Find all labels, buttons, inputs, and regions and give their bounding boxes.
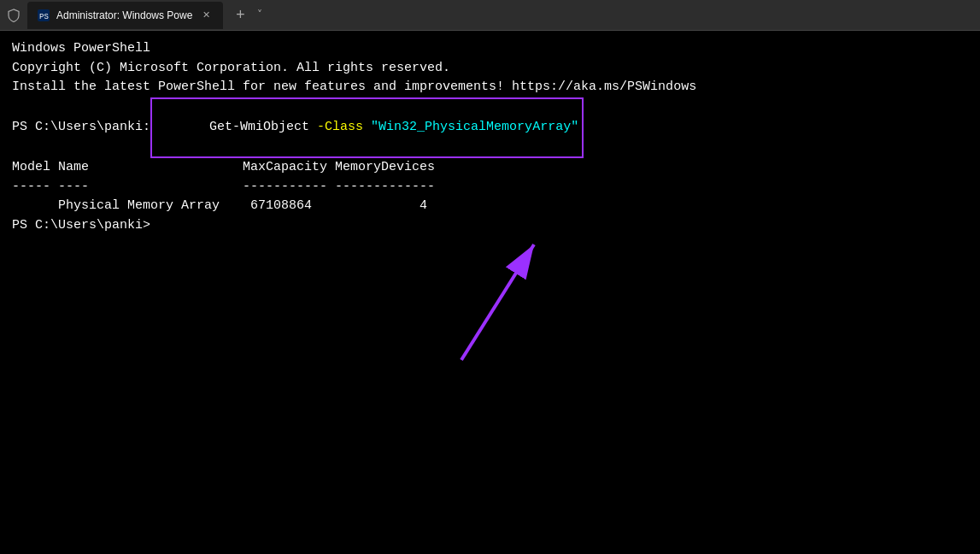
data-row: Physical Memory Array 67108864 4 [12,197,968,216]
svg-text:PS: PS [39,13,49,21]
command-highlight-box: Get-WmiObject -Class "Win32_PhysicalMemo… [150,97,584,159]
col-dashes: ----- ---- ----------- ------------- [12,178,968,197]
cmd-string: "Win32_PhysicalMemoryArray" [363,120,578,134]
arrow-svg [410,219,581,373]
add-tab-button[interactable]: + [230,5,250,26]
terminal-line-2: Copyright (C) Microsoft Corporation. All… [12,59,968,79]
arrow-annotation [410,219,581,373]
tab-dropdown-button[interactable]: ˅ [257,9,262,21]
tab-close-button[interactable]: ✕ [199,9,213,22]
shield-icon [7,9,21,22]
command-line: PS C:\Users\panki: Get-WmiObject -Class … [12,97,968,159]
tab-label: Administrator: Windows Powe [56,9,192,21]
svg-line-3 [461,245,534,360]
powershell-tab-icon: PS [38,9,50,21]
titlebar: PS Administrator: Windows Powe ✕ + ˅ [0,0,980,31]
terminal-line-4: Install the latest PowerShell for new fe… [12,78,968,97]
prompt-2: PS C:\Users\panki> [12,216,968,236]
cmd-main: Get-WmiObject [202,120,309,134]
active-tab[interactable]: PS Administrator: Windows Powe ✕ [27,2,223,29]
cmd-flag: -Class [309,120,363,134]
terminal-window: Windows PowerShell Copyright (C) Microso… [0,31,980,554]
terminal-line-1: Windows PowerShell [12,39,968,59]
col-header: Model Name MaxCapacity MemoryDevices [12,158,968,178]
prompt-1: PS C:\Users\panki: [12,118,150,138]
